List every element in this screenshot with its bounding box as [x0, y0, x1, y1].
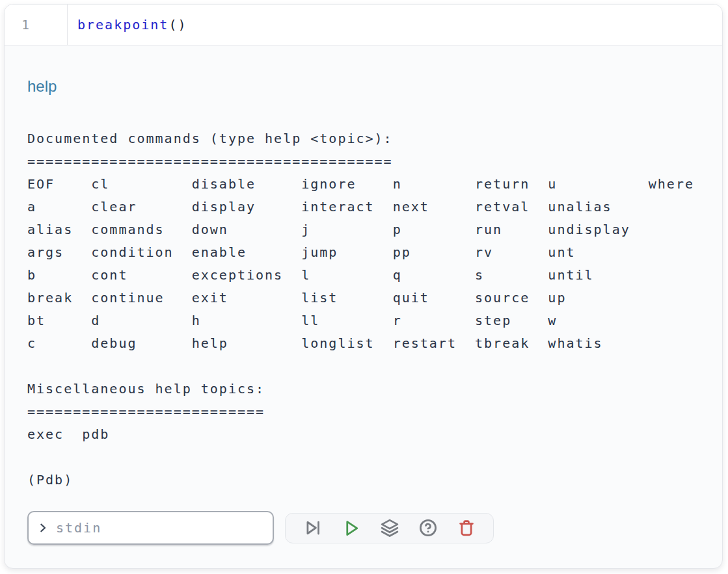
toolbar — [285, 513, 494, 543]
stdin-input[interactable] — [55, 519, 264, 536]
trash-icon — [457, 518, 476, 538]
output-panel: help Documented commands (type help <top… — [5, 46, 722, 545]
controls-row — [27, 511, 699, 545]
code-line[interactable]: breakpoint() — [68, 5, 187, 45]
code-token-punctuation: () — [169, 17, 187, 33]
stack-button[interactable] — [370, 514, 409, 543]
play-icon — [342, 518, 361, 538]
stdin-input-box[interactable] — [27, 511, 274, 545]
help-button[interactable] — [409, 514, 447, 543]
step-forward-button[interactable] — [293, 514, 332, 543]
clear-button[interactable] — [447, 514, 485, 543]
skip-forward-icon — [303, 518, 323, 538]
stdin-echo: help — [27, 77, 699, 96]
layers-icon — [380, 518, 399, 538]
console-output: Documented commands (type help <topic>):… — [27, 127, 699, 491]
code-token-builtin: breakpoint — [77, 17, 169, 33]
run-button[interactable] — [332, 514, 370, 543]
help-circle-icon — [418, 518, 438, 538]
pdb-runner-widget: 1 breakpoint() help Documented commands … — [4, 4, 723, 569]
code-editor[interactable]: 1 breakpoint() — [5, 5, 722, 46]
chevron-right-icon — [37, 522, 49, 534]
line-number: 1 — [21, 17, 31, 33]
editor-gutter: 1 — [5, 5, 68, 45]
